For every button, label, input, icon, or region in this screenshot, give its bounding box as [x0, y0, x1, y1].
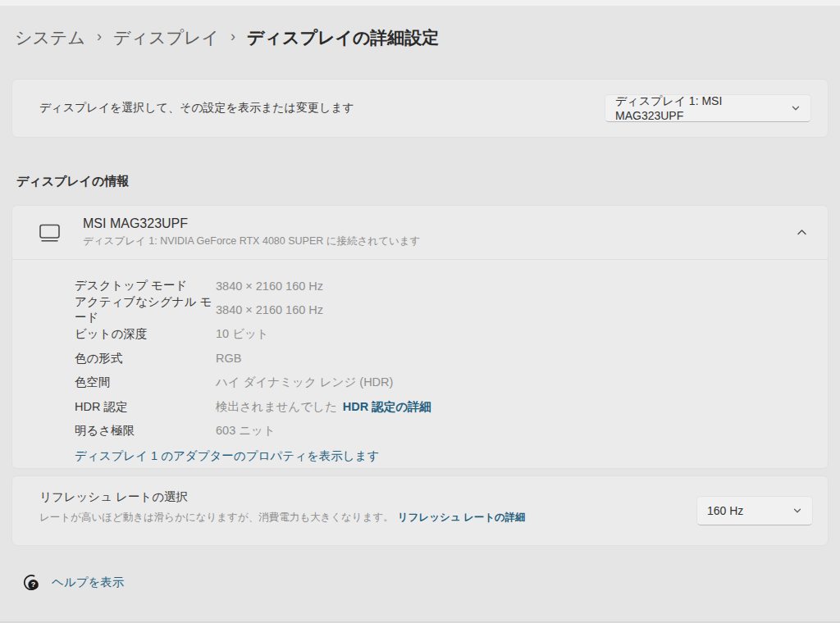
- detail-value: 検出されませんでしたHDR 認定の詳細: [216, 399, 431, 415]
- breadcrumb-item-system[interactable]: システム: [15, 26, 85, 49]
- detail-value: 603 ニット: [216, 423, 276, 439]
- monitor-icon: [39, 223, 61, 243]
- display-selector-label: ディスプレイを選択して、その設定を表示または変更します: [39, 101, 605, 116]
- refresh-rate-card: リフレッシュ レートの選択 レートが高いほど動きは滑らかになりますが、消費電力も…: [11, 475, 829, 546]
- refresh-rate-description-text: レートが高いほど動きは滑らかになりますが、消費電力も大きくなります。: [39, 512, 394, 523]
- show-help-label: ヘルプを表示: [52, 575, 124, 590]
- display-info-titles: MSI MAG323UPF ディスプレイ 1: NVIDIA GeForce R…: [83, 216, 796, 248]
- display-selector-value: ディスプレイ 1: MSI MAG323UPF: [615, 94, 791, 122]
- display-info-details: デスクトップ モード 3840 × 2160 160 Hz アクティブなシグナル…: [75, 274, 808, 469]
- chevron-down-icon: [792, 506, 802, 516]
- detail-label: デスクトップ モード: [75, 278, 216, 293]
- page-title: ディスプレイの詳細設定: [247, 26, 439, 49]
- chevron-right-icon: ›: [231, 28, 235, 45]
- detail-label: ビットの深度: [75, 326, 216, 342]
- detail-value: RGB: [216, 352, 241, 365]
- breadcrumb: システム › ディスプレイ › ディスプレイの詳細設定: [15, 22, 439, 53]
- detail-row-active-signal-mode: アクティブなシグナル モード 3840 × 2160 160 Hz: [75, 298, 808, 323]
- hdr-certification-details-link[interactable]: HDR 認定の詳細: [343, 400, 431, 413]
- breadcrumb-item-display[interactable]: ディスプレイ: [113, 26, 219, 49]
- detail-row-bit-depth: ビットの深度 10 ビット: [75, 322, 808, 347]
- detail-label: 明るさ極限: [75, 423, 216, 439]
- device-name: MSI MAG323UPF: [83, 216, 796, 231]
- detail-label: 色空間: [75, 375, 216, 390]
- svg-text:?: ?: [31, 580, 36, 589]
- chevron-right-icon: ›: [97, 28, 102, 45]
- detail-value: 3840 × 2160 160 Hz: [216, 280, 323, 293]
- adapter-properties-link[interactable]: ディスプレイ 1 のアダプターのプロパティを表示します: [75, 444, 808, 469]
- refresh-rate-details-link[interactable]: リフレッシュ レートの詳細: [398, 512, 526, 523]
- help-question-icon: ?: [21, 573, 40, 592]
- hdr-certification-status: 検出されませんでした: [216, 400, 337, 413]
- show-help-link[interactable]: ? ヘルプを表示: [21, 573, 124, 592]
- refresh-rate-value: 160 Hz: [707, 504, 743, 517]
- section-title-display-info: ディスプレイの情報: [16, 174, 129, 189]
- detail-label: 色の形式: [75, 351, 216, 366]
- window-top-edge: [0, 0, 840, 6]
- display-selector-card: ディスプレイを選択して、その設定を表示または変更します ディスプレイ 1: MS…: [11, 79, 829, 138]
- advanced-display-settings-page: システム › ディスプレイ › ディスプレイの詳細設定 ディスプレイを選択して、…: [0, 0, 840, 623]
- detail-row-max-brightness: 明るさ極限 603 ニット: [75, 419, 808, 443]
- display-info-card: MSI MAG323UPF ディスプレイ 1: NVIDIA GeForce R…: [11, 205, 829, 469]
- device-connection-info: ディスプレイ 1: NVIDIA GeForce RTX 4080 SUPER …: [83, 234, 796, 248]
- refresh-rate-text: リフレッシュ レートの選択 レートが高いほど動きは滑らかになりますが、消費電力も…: [39, 489, 526, 525]
- detail-value: ハイ ダイナミック レンジ (HDR): [216, 375, 393, 390]
- detail-row-color-format: 色の形式 RGB: [75, 347, 808, 371]
- detail-value: 10 ビット: [216, 326, 269, 342]
- refresh-rate-description: レートが高いほど動きは滑らかになりますが、消費電力も大きくなります。リフレッシュ…: [39, 511, 526, 525]
- detail-row-color-space: 色空間 ハイ ダイナミック レンジ (HDR): [75, 371, 808, 395]
- display-info-expander-header[interactable]: MSI MAG323UPF ディスプレイ 1: NVIDIA GeForce R…: [12, 206, 828, 260]
- detail-row-hdr-certification: HDR 認定 検出されませんでしたHDR 認定の詳細: [75, 395, 808, 420]
- detail-value: 3840 × 2160 160 Hz: [216, 303, 323, 316]
- chevron-up-icon[interactable]: [796, 226, 808, 239]
- detail-label: アクティブなシグナル モード: [75, 294, 216, 325]
- detail-label: HDR 認定: [75, 399, 216, 415]
- chevron-down-icon: [791, 103, 801, 113]
- refresh-rate-dropdown[interactable]: 160 Hz: [696, 496, 813, 525]
- display-selector-dropdown[interactable]: ディスプレイ 1: MSI MAG323UPF: [605, 94, 811, 122]
- refresh-rate-title: リフレッシュ レートの選択: [39, 489, 526, 505]
